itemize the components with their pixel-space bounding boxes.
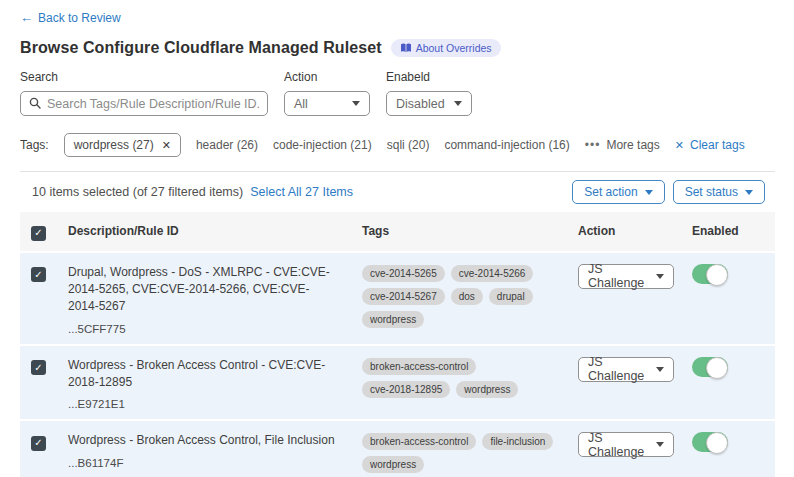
chevron-down-icon xyxy=(656,367,664,372)
action-filter-select[interactable]: All xyxy=(284,91,370,116)
row-checkbox-cell xyxy=(20,264,68,283)
table-body: Drupal, Wordpress - DoS - XMLRPC - CVE:C… xyxy=(20,253,775,477)
search-filter: Search xyxy=(20,70,268,116)
rule-description-cell: Wordpress - Broken Access Control, File … xyxy=(68,432,362,468)
table-row: Wordpress - Broken Access Control, File … xyxy=(20,421,775,477)
filters: Search Action All Enabeld Disabled xyxy=(20,70,775,116)
search-box xyxy=(20,91,268,116)
chevron-down-icon xyxy=(352,101,360,106)
selection-summary: 10 items selected (of 27 filtered items) xyxy=(32,185,243,199)
enabled-cell xyxy=(692,264,775,288)
column-enabled: Enabled xyxy=(692,224,775,238)
chevron-down-icon xyxy=(656,442,664,447)
set-status-button[interactable]: Set status xyxy=(673,180,765,204)
table-row: Drupal, Wordpress - DoS - XMLRPC - CVE:C… xyxy=(20,253,775,344)
set-status-label: Set status xyxy=(685,185,738,199)
action-select-value: JS Challenge xyxy=(588,355,648,383)
page: ← Back to Review Browse Configure Cloudf… xyxy=(0,0,794,477)
action-cell: JS Challenge xyxy=(578,432,692,457)
clear-tags-icon: ✕ xyxy=(675,139,684,152)
row-checkbox[interactable] xyxy=(31,436,46,451)
chevron-down-icon xyxy=(645,190,653,195)
badge-label: About Overrides xyxy=(416,42,492,54)
set-action-button[interactable]: Set action xyxy=(572,180,664,204)
row-checkbox[interactable] xyxy=(31,267,46,282)
more-dots-icon: ••• xyxy=(585,138,601,152)
table-header: Description/Rule ID Tags Action Enabled xyxy=(20,212,775,251)
enabled-filter-select[interactable]: Disabled xyxy=(386,91,472,116)
select-all-checkbox[interactable] xyxy=(31,226,46,241)
about-overrides-badge[interactable]: About Overrides xyxy=(391,39,501,57)
rule-tag: cve-2014-5266 xyxy=(451,265,534,282)
action-select-value: JS Challenge xyxy=(588,262,648,290)
rule-tag: wordpress xyxy=(456,381,518,398)
enabled-cell xyxy=(692,357,775,381)
title-row: Browse Configure Cloudflare Managed Rule… xyxy=(20,39,775,57)
more-tags-label: More tags xyxy=(606,138,659,152)
enabled-filter-label: Enabeld xyxy=(386,70,472,84)
enabled-filter: Enabeld Disabled xyxy=(386,70,472,116)
rule-description: Wordpress - Broken Access Control, File … xyxy=(68,432,336,449)
rule-tag: drupal xyxy=(489,288,533,305)
rule-tag: broken-access-control xyxy=(362,433,476,450)
action-select[interactable]: JS Challenge xyxy=(578,357,674,382)
rule-id: ...E9721E1 xyxy=(68,398,336,410)
action-cell: JS Challenge xyxy=(578,264,692,289)
search-label: Search xyxy=(20,70,268,84)
enabled-cell xyxy=(692,432,775,456)
action-select-value: JS Challenge xyxy=(588,431,648,459)
book-icon xyxy=(400,43,412,53)
clear-tags-label: Clear tags xyxy=(690,138,745,152)
enabled-filter-value: Disabled xyxy=(396,97,445,111)
rule-id: ...B61174F xyxy=(68,457,336,469)
bulk-buttons: Set action Set status xyxy=(572,180,765,204)
row-checkbox[interactable] xyxy=(31,360,46,375)
rule-tags: broken-access-controlfile-inclusionwordp… xyxy=(362,433,578,473)
other-tags: header (26)code-injection (21)sqli (20)c… xyxy=(196,138,570,152)
rule-tag: dos xyxy=(451,288,483,305)
select-all-link[interactable]: Select All 27 Items xyxy=(250,185,353,199)
action-filter-value: All xyxy=(294,97,308,111)
rule-tag: cve-2018-12895 xyxy=(362,381,450,398)
selected-tag-chip[interactable]: wordpress (27) ✕ xyxy=(64,133,181,157)
rule-id: ...5CFF775 xyxy=(68,323,336,335)
chevron-down-icon xyxy=(454,101,462,106)
rule-description: Drupal, Wordpress - DoS - XMLRPC - CVE:C… xyxy=(68,264,336,316)
rule-description-cell: Drupal, Wordpress - DoS - XMLRPC - CVE:C… xyxy=(68,264,362,335)
clear-tags-button[interactable]: ✕ Clear tags xyxy=(675,138,745,152)
tag-option[interactable]: sqli (20) xyxy=(387,138,430,152)
more-tags-button[interactable]: ••• More tags xyxy=(585,138,660,152)
chevron-down-icon xyxy=(656,274,664,279)
enabled-toggle[interactable] xyxy=(692,432,728,452)
rule-tag: wordpress xyxy=(362,311,424,328)
rule-tag: wordpress xyxy=(362,456,424,473)
enabled-toggle[interactable] xyxy=(692,357,728,377)
chevron-down-icon xyxy=(745,190,753,195)
back-link-label: Back to Review xyxy=(38,11,121,25)
action-cell: JS Challenge xyxy=(578,357,692,382)
selection-bar: 10 items selected (of 27 filtered items)… xyxy=(20,171,775,212)
action-select[interactable]: JS Challenge xyxy=(578,432,674,457)
tag-option[interactable]: header (26) xyxy=(196,138,258,152)
action-filter: Action All xyxy=(284,70,370,116)
search-input[interactable] xyxy=(47,97,259,111)
tag-option[interactable]: code-injection (21) xyxy=(273,138,372,152)
remove-tag-icon[interactable]: ✕ xyxy=(162,139,171,152)
back-arrow-icon: ← xyxy=(20,11,33,24)
row-checkbox-cell xyxy=(20,357,68,376)
row-checkbox-cell xyxy=(20,432,68,451)
rule-tag: cve-2014-5265 xyxy=(362,265,445,282)
rule-tags: cve-2014-5265cve-2014-5266cve-2014-5267d… xyxy=(362,265,578,328)
tag-option[interactable]: command-injection (16) xyxy=(444,138,569,152)
column-tags: Tags xyxy=(362,224,578,238)
rule-tags: broken-access-controlcve-2018-12895wordp… xyxy=(362,358,578,398)
back-to-review-link[interactable]: ← Back to Review xyxy=(20,11,121,25)
column-action: Action xyxy=(578,224,692,238)
column-description: Description/Rule ID xyxy=(68,224,362,238)
rule-description: Wordpress - Broken Access Control - CVE:… xyxy=(68,357,336,392)
rule-tag: cve-2014-5267 xyxy=(362,288,445,305)
rule-tag: file-inclusion xyxy=(482,433,553,450)
action-select[interactable]: JS Challenge xyxy=(578,264,674,289)
enabled-toggle[interactable] xyxy=(692,264,728,284)
tags-label: Tags: xyxy=(20,138,49,152)
